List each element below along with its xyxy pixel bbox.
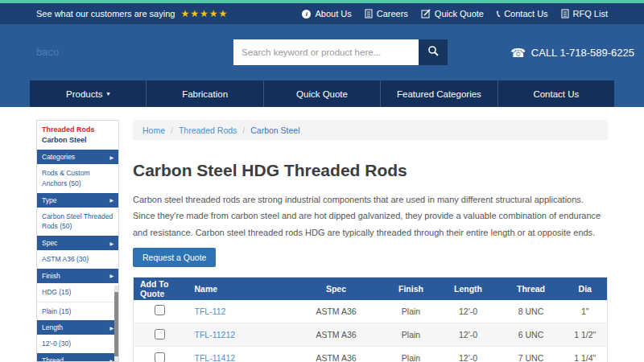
filter-header-type[interactable]: Type ▶ [37, 193, 118, 208]
breadcrumb-threaded-rods[interactable]: Threaded Rods [179, 125, 237, 135]
nav-label: Contact Us [533, 89, 579, 99]
col-header-finish: Finish [385, 278, 438, 300]
document-icon [561, 9, 569, 19]
filter-header-label: Type [42, 196, 56, 204]
main-column: Home / Threaded Rods / Carbon Steel Carb… [133, 120, 608, 362]
breadcrumb-separator: / [171, 125, 173, 135]
filter-option-carbon-steel-threaded-rods[interactable]: Carbon Steel Threaded Rods (50) [37, 208, 118, 237]
col-header-thread: Thread [499, 278, 564, 300]
breadcrumb-current: Carbon Steel [250, 125, 299, 135]
col-header-add-to-quote: Add To Quote [134, 278, 187, 300]
phone-icon: 📞︎ [497, 9, 500, 19]
table-row: TFL-11212 ASTM A36 Plain 12'-0 6 UNC 1 1… [134, 323, 608, 347]
search-input[interactable] [233, 39, 419, 65]
nav-item-fabrication[interactable]: Fabrication [147, 80, 263, 107]
filter-header-spec[interactable]: Spec ▶ [37, 236, 118, 250]
arrow-right-icon: ▶ [109, 273, 114, 278]
topbar-link-rfq-list[interactable]: RFQ List [561, 9, 608, 19]
topbar-link-quick-quote[interactable]: Quick Quote [421, 9, 484, 19]
add-to-quote-checkbox[interactable] [155, 352, 165, 362]
nav-label: Fabrication [182, 89, 228, 99]
page-title: Carbon Steel HDG Threaded Rods [133, 161, 608, 180]
product-link[interactable]: TFL-11212 [195, 330, 236, 339]
filter-option-astm-a36[interactable]: ASTM A36 (30) [37, 250, 118, 269]
chevron-down-icon: ▾ [106, 90, 109, 97]
filter-header-categories[interactable]: Categories ▶ [37, 150, 118, 164]
filter-header-thread[interactable]: Thread ▶ [37, 353, 118, 362]
filter-header-label: Spec [42, 239, 57, 247]
topbar-link-label: RFQ List [573, 9, 608, 19]
nav-item-contact-us[interactable]: Contact Us [498, 80, 614, 107]
product-link[interactable]: TFL-112 [195, 306, 226, 316]
site-header: baco ☎ CALL 1-718-589-6225 [0, 24, 644, 80]
topbar-link-careers[interactable]: Careers [365, 9, 408, 19]
sidebar-scrollbar-thumb[interactable] [114, 292, 118, 356]
phone-number: CALL 1-718-589-6225 [531, 47, 634, 59]
nav-item-quick-quote[interactable]: Quick Quote [264, 80, 381, 107]
cell-length: 12'-0 [438, 323, 499, 347]
filter-option-12-0[interactable]: 12'-0 (30) [37, 335, 118, 353]
product-link[interactable]: TFL-11412 [195, 353, 236, 362]
filter-option-plain[interactable]: Plain (15) [37, 302, 118, 321]
filter-header-label: Finish [42, 272, 60, 280]
utility-links: i About Us Careers Quick Quote 📞︎ Contac… [302, 9, 608, 19]
filter-option-hdg[interactable]: HDG (15) [37, 283, 118, 302]
info-icon: i [302, 10, 311, 19]
request-quote-button[interactable]: Request a Quote [133, 248, 216, 267]
products-table: Add To Quote Name Spec Finish Length Thr… [133, 277, 608, 362]
sidebar-title-box: Threaded Rods Carbon Steel [37, 121, 118, 150]
cell-finish: Plain [385, 323, 438, 347]
products-table-header: Add To Quote Name Spec Finish Length Thr… [134, 278, 608, 300]
customer-reviews-link[interactable]: See what our customers are saying ★★★★★ [36, 8, 228, 19]
nav-item-featured-categories[interactable]: Featured Categories [381, 80, 497, 107]
cell-thread: 6 UNC [499, 323, 564, 347]
main-nav: Products ▾ Fabrication Quick Quote Featu… [30, 80, 614, 107]
nav-item-products[interactable]: Products ▾ [30, 80, 147, 107]
call-phone-link[interactable]: ☎ CALL 1-718-589-6225 [510, 24, 634, 80]
star-rating-icon: ★★★★★ [180, 8, 228, 19]
arrow-right-icon: ▶ [109, 325, 114, 331]
breadcrumb-separator: / [242, 125, 245, 135]
filter-header-finish[interactable]: Finish ▶ [37, 269, 118, 283]
product-description: Carbon steel threaded rods are strong in… [133, 191, 608, 241]
sidebar-subcategory-title: Carbon Steel [42, 136, 114, 144]
sidebar-category-title: Threaded Rods [42, 125, 114, 134]
cell-thread: 8 UNC [499, 300, 564, 323]
col-header-dia: Dia [564, 278, 608, 300]
cell-dia: 1" [564, 300, 608, 323]
col-header-length: Length [438, 278, 499, 300]
cell-dia: 1 1/2" [564, 323, 608, 347]
filter-header-label: Categories [42, 153, 75, 161]
search-button[interactable] [419, 39, 448, 65]
add-to-quote-checkbox[interactable] [155, 329, 165, 339]
top-utility-bar: See what our customers are saying ★★★★★ … [0, 3, 644, 24]
table-row: TFL-112 ASTM A36 Plain 12'-0 8 UNC 1" [134, 300, 608, 323]
cell-spec: ASTM A36 [288, 300, 385, 323]
filter-option-rods-custom-anchors[interactable]: Rods & Custom Anchors (50) [37, 164, 118, 193]
header-band: baco ☎ CALL 1-718-589-6225 Products ▾ F [0, 24, 644, 107]
sidebar-scrollbar[interactable] [114, 286, 118, 361]
cell-length: 12'-0 [438, 347, 499, 362]
filter-header-length[interactable]: Length ▶ [37, 320, 118, 335]
site-logo[interactable]: baco [36, 46, 59, 58]
search-icon [427, 45, 440, 60]
topbar-link-contact-us[interactable]: 📞︎ Contact Us [497, 9, 548, 19]
col-header-name: Name [187, 278, 288, 300]
arrow-right-icon: ▶ [109, 197, 114, 203]
topbar-link-label: About Us [315, 9, 351, 19]
content-area: Threaded Rods Carbon Steel Categories ▶ … [0, 107, 644, 362]
col-header-spec: Spec [288, 278, 385, 300]
topbar-link-label: Contact Us [504, 9, 547, 19]
reviews-message: See what our customers are saying [36, 9, 175, 19]
telephone-icon: ☎ [510, 47, 526, 59]
topbar-link-label: Quick Quote [435, 9, 484, 19]
topbar-link-about-us[interactable]: i About Us [302, 9, 351, 19]
add-to-quote-checkbox[interactable] [155, 305, 165, 315]
cell-spec: ASTM A36 [288, 347, 385, 362]
page: See what our customers are saying ★★★★★ … [0, 0, 644, 362]
cell-dia: 1 1/4" [564, 347, 608, 362]
filter-header-label: Thread [42, 356, 64, 362]
breadcrumb-home[interactable]: Home [142, 125, 165, 135]
cell-length: 12'-0 [438, 300, 499, 323]
filter-header-label: Length [42, 323, 63, 331]
